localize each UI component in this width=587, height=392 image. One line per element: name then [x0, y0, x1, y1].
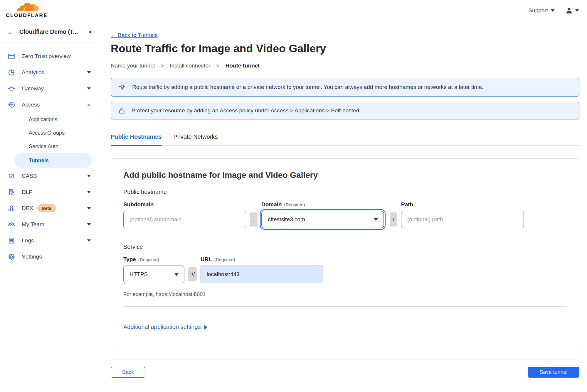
subdomain-input[interactable] — [123, 211, 246, 228]
tab-public-hostnames[interactable]: Public Hostnames — [111, 134, 162, 146]
sidebar-item-access-groups[interactable]: Access Groups — [0, 126, 98, 140]
url-input[interactable] — [201, 266, 323, 283]
gateway-icon — [8, 85, 15, 92]
sidebar-item-zero-trust-overview[interactable]: Zero Trust overview — [0, 48, 98, 64]
back-arrow-icon[interactable]: ← — [7, 28, 14, 36]
domain-label: Domain — [261, 201, 282, 207]
chevron-down-icon — [87, 223, 91, 226]
card-title: Add public hostname for Image and Video … — [123, 170, 567, 180]
tip-banner-text: Route traffic by adding a public hostnam… — [132, 84, 483, 90]
expand-account-icon[interactable]: ▶ — [90, 30, 92, 34]
chevron-down-icon — [87, 191, 91, 193]
sidebar-item-label: Zero Trust overview — [22, 53, 91, 60]
additional-settings-label: Additional application settings — [123, 324, 201, 330]
sidebar-item-casb[interactable]: CASB — [0, 168, 98, 184]
protect-text-suffix: . — [359, 107, 361, 114]
sidebar-item-gateway[interactable]: Gateway — [0, 80, 98, 97]
step-name-your-tunnel[interactable]: Name your tunnel — [111, 62, 155, 69]
additional-settings-toggle[interactable]: Additional application settings — [123, 324, 207, 330]
lightbulb-icon — [118, 83, 126, 91]
sidebar-item-dlp[interactable]: DLP — [0, 184, 98, 200]
sidebar-item-logs[interactable]: Logs — [0, 232, 98, 249]
sub-item-label: Tunnels — [29, 158, 49, 164]
back-button[interactable]: Back — [111, 367, 145, 378]
sub-item-label: Applications — [29, 116, 57, 123]
account-name: Cloudflare Demo (T... — [19, 28, 90, 35]
dex-icon — [8, 205, 15, 212]
public-hostname-label: Public hostname — [123, 189, 567, 195]
casb-icon — [8, 172, 15, 180]
back-to-tunnels-link[interactable]: ← Back to Tunnels — [111, 32, 157, 38]
cloudflare-cloud-icon — [13, 2, 41, 12]
url-required-hint: (Required) — [214, 257, 235, 262]
tab-bar: Public Hostnames Private Networks — [111, 134, 579, 146]
sidebar-item-applications[interactable]: Applications — [0, 113, 98, 126]
sidebar-item-label: My Team — [22, 221, 87, 228]
service-type-select[interactable]: HTTPS — [123, 266, 184, 283]
main-content: ← Back to Tunnels Route Traffic for Imag… — [98, 21, 587, 392]
chevron-down-icon — [87, 71, 91, 74]
save-tunnel-button[interactable]: Save tunnel — [528, 367, 579, 378]
chevron-down-icon — [87, 87, 91, 90]
dot-separator: . — [250, 212, 258, 227]
chevron-down-icon — [87, 239, 91, 242]
top-bar: CLOUDFLARE Support — [0, 0, 587, 21]
access-applications-link[interactable]: Access > Applications > Self-hosted — [270, 107, 359, 114]
type-required-hint: (Required) — [138, 257, 159, 262]
chevron-up-icon — [87, 104, 91, 106]
path-input[interactable] — [401, 211, 524, 228]
url-label: URL — [201, 256, 212, 262]
sidebar-item-my-team[interactable]: My Team — [0, 216, 98, 232]
slash-separator: / — [390, 212, 397, 227]
page-title: Route Traffic for Image and Video Galler… — [111, 43, 579, 55]
step-separator: > — [216, 62, 219, 69]
service-type-value: HTTPS — [129, 271, 148, 278]
chevron-down-icon — [551, 9, 555, 12]
lock-icon — [118, 107, 126, 114]
logs-icon — [8, 237, 15, 244]
sidebar-item-analytics[interactable]: Analytics — [0, 64, 98, 80]
chevron-down-icon — [374, 218, 378, 221]
sidebar-item-service-auth[interactable]: Service Auth — [0, 140, 98, 153]
protect-banner: Protect your resource by adding an Acces… — [111, 102, 579, 119]
sidebar-item-label: Access — [22, 102, 87, 108]
path-label: Path — [401, 201, 524, 208]
support-label: Support — [528, 7, 548, 14]
sidebar-item-label: CASB — [22, 173, 87, 179]
beta-badge: Beta — [37, 204, 56, 212]
tip-banner: Route traffic by adding a public hostnam… — [111, 78, 579, 97]
url-example-text: For example, https://localhost:8001 — [123, 291, 567, 298]
chevron-down-icon — [174, 273, 179, 276]
cloudflare-logo[interactable]: CLOUDFLARE — [5, 2, 48, 18]
sidebar-item-access[interactable]: Access — [0, 97, 98, 113]
protect-text-prefix: Protect your resource by adding an Acces… — [132, 107, 269, 114]
sidebar-item-label: DEX — [22, 205, 33, 212]
sidebar-item-label: Settings — [22, 254, 91, 260]
cloudflare-wordmark: CLOUDFLARE — [6, 13, 48, 18]
sidebar-item-label: Gateway — [22, 85, 87, 92]
type-label: Type — [123, 256, 136, 262]
step-route-tunnel: Route tunnel — [226, 62, 260, 69]
support-menu[interactable]: Support — [528, 7, 555, 14]
step-separator: > — [161, 62, 164, 69]
breadcrumb: Name your tunnel > Install connector > R… — [111, 62, 579, 69]
domain-select[interactable]: cftestsite3.com — [261, 211, 384, 228]
protect-banner-text: Protect your resource by adding an Acces… — [132, 107, 361, 114]
user-avatar-icon — [565, 7, 573, 14]
footer-actions: Back Save tunnel — [111, 367, 579, 378]
step-install-connector[interactable]: Install connector — [170, 62, 210, 69]
domain-value: cftestsite3.com — [268, 216, 305, 223]
user-menu[interactable] — [565, 7, 579, 14]
chevron-right-icon — [204, 325, 207, 330]
domain-required-hint: (Required) — [284, 202, 305, 207]
sidebar-item-dex[interactable]: DEX Beta — [0, 200, 98, 216]
analytics-icon — [8, 69, 15, 76]
sidebar-item-label: DLP — [22, 189, 87, 195]
scheme-separator: :// — [188, 267, 197, 281]
sidebar-item-label: Analytics — [22, 69, 87, 76]
sidebar-item-settings[interactable]: Settings — [0, 249, 98, 265]
sidebar-item-tunnels[interactable]: Tunnels — [14, 153, 92, 168]
chevron-down-icon — [87, 175, 91, 177]
tab-private-networks[interactable]: Private Networks — [173, 134, 218, 145]
chevron-down-icon — [575, 9, 579, 12]
